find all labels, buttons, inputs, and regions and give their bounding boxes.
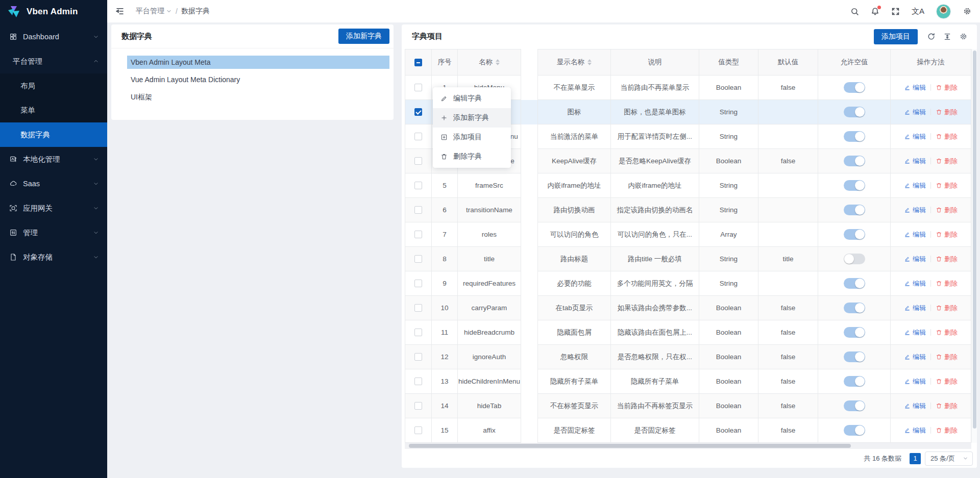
delete-link[interactable]: 删除 [936,108,958,117]
table-row[interactable]: 12ignoreAuth忽略权限是否忽略权限，只在权...Booleanfals… [405,345,971,369]
sort-icons[interactable] [587,57,592,67]
sidebar-item-object-storage[interactable]: 对象存储 [0,245,107,269]
row-checkbox[interactable] [414,426,422,434]
add-dictionary-button[interactable]: 添加新字典 [338,29,389,44]
select-all-checkbox[interactable] [414,59,422,66]
edit-link[interactable]: 编辑 [904,328,926,337]
allow-null-toggle[interactable] [844,180,865,191]
sidebar-item-dashboard[interactable]: Dashboard [0,24,107,49]
sidebar-item-management[interactable]: 管理 [0,220,107,245]
edit-link[interactable]: 编辑 [904,304,926,313]
page-number-button[interactable]: 1 [910,453,921,464]
edit-link[interactable]: 编辑 [904,426,926,435]
allow-null-toggle[interactable] [844,229,865,240]
allow-null-toggle[interactable] [844,278,865,289]
add-item-button[interactable]: 添加项目 [874,29,918,44]
dictionary-list-item[interactable]: Vue Admin Layout Meta Dictionary [127,73,389,86]
edit-link[interactable]: 编辑 [904,206,926,215]
settings-gear-icon[interactable] [963,7,972,16]
sidebar-item-localization[interactable]: 本地化管理 [0,147,107,171]
table-row[interactable]: 14hideTab不在标签页显示当前路由不再标签页显示Booleanfalse编… [405,394,971,418]
table-row[interactable]: 5frameSrc内嵌iframe的地址内嵌iframe的地址String编辑删… [405,173,971,198]
row-checkbox[interactable] [414,329,422,336]
sidebar-item-data-dictionary[interactable]: 数据字典 [0,122,107,147]
column-settings-icon[interactable] [959,32,968,41]
allow-null-toggle[interactable] [844,205,865,215]
context-menu-item[interactable]: 编辑字典 [433,89,511,108]
allow-null-toggle[interactable] [844,254,865,264]
horizontal-scrollbar-thumb[interactable] [409,444,851,448]
row-checkbox[interactable] [414,84,422,91]
allow-null-toggle[interactable] [844,107,865,117]
context-menu-item[interactable]: 删除字典 [433,147,511,166]
sort-icons[interactable] [496,57,500,67]
row-checkbox[interactable] [414,206,422,214]
sidebar-item-platform[interactable]: 平台管理 [0,49,107,73]
sidebar-collapse-icon[interactable] [115,7,125,16]
delete-link[interactable]: 删除 [936,328,958,337]
allow-null-toggle[interactable] [844,400,865,411]
row-checkbox[interactable] [414,255,422,263]
sidebar-item-layout[interactable]: 布局 [0,73,107,98]
breadcrumb-platform[interactable]: 平台管理 [136,7,172,16]
edit-link[interactable]: 编辑 [904,401,926,411]
edit-link[interactable]: 编辑 [904,157,926,166]
search-icon[interactable] [850,7,859,16]
delete-link[interactable]: 删除 [936,181,958,190]
row-checkbox[interactable] [414,133,422,140]
delete-link[interactable]: 删除 [936,255,958,264]
table-row[interactable]: 13hideChildrenInMenu隐藏所有子菜单隐藏所有子菜单Boolea… [405,369,971,394]
allow-null-toggle[interactable] [844,131,865,142]
edit-link[interactable]: 编辑 [904,255,926,264]
dictionary-list-item[interactable]: UI框架 [127,90,389,104]
app-logo[interactable]: Vben Admin [0,0,107,23]
delete-link[interactable]: 删除 [936,426,958,435]
row-checkbox[interactable] [414,108,422,116]
sidebar-item-menu[interactable]: 菜单 [0,98,107,122]
edit-link[interactable]: 编辑 [904,230,926,239]
allow-null-toggle[interactable] [844,303,865,313]
sidebar-item-gateway[interactable]: 应用网关 [0,196,107,220]
sidebar-item-saas[interactable]: Saas [0,171,107,196]
allow-null-toggle[interactable] [844,327,865,338]
notification-bell-icon[interactable] [871,7,879,16]
delete-link[interactable]: 删除 [936,132,958,141]
row-checkbox[interactable] [414,157,422,165]
row-checkbox[interactable] [414,353,422,361]
delete-link[interactable]: 删除 [936,401,958,411]
table-row[interactable]: 10carryParam在tab页显示如果该路由会携带参数...Booleanf… [405,296,971,320]
delete-link[interactable]: 删除 [936,279,958,288]
vertical-scrollbar-thumb[interactable] [973,51,976,429]
table-row[interactable]: 15affix是否固定标签是否固定标签Booleanfalse编辑删除 [405,418,971,443]
dictionary-list-item[interactable]: Vben Admin Layout Meta [127,56,389,69]
delete-link[interactable]: 删除 [936,83,958,92]
allow-null-toggle[interactable] [844,376,865,387]
edit-link[interactable]: 编辑 [904,132,926,141]
refresh-icon[interactable] [927,32,936,41]
edit-link[interactable]: 编辑 [904,279,926,288]
row-checkbox[interactable] [414,378,422,385]
edit-link[interactable]: 编辑 [904,108,926,117]
edit-link[interactable]: 编辑 [904,181,926,190]
allow-null-toggle[interactable] [844,425,865,436]
delete-link[interactable]: 删除 [936,157,958,166]
row-height-icon[interactable] [943,33,951,41]
row-checkbox[interactable] [414,402,422,410]
delete-link[interactable]: 删除 [936,377,958,386]
allow-null-toggle[interactable] [844,82,865,93]
table-row[interactable]: 11hideBreadcrumb隐藏面包屑隐藏该路由在面包屑上...Boolea… [405,320,971,345]
delete-link[interactable]: 删除 [936,230,958,239]
table-row[interactable]: 8title路由标题路由title 一般必填Stringtitle编辑删除 [405,247,971,271]
horizontal-scrollbar[interactable] [405,443,971,449]
translate-icon[interactable]: 文A [912,7,924,16]
delete-link[interactable]: 删除 [936,206,958,215]
context-menu-item[interactable]: 添加新字典 [433,108,511,128]
edit-link[interactable]: 编辑 [904,353,926,362]
table-row[interactable]: 7roles可以访问的角色可以访问的角色，只在...Array编辑删除 [405,222,971,247]
table-row[interactable]: 6transitionName路由切换动画指定该路由切换的动画名String编辑… [405,198,971,222]
row-checkbox[interactable] [414,304,422,312]
row-checkbox[interactable] [414,182,422,189]
edit-link[interactable]: 编辑 [904,83,926,92]
delete-link[interactable]: 删除 [936,353,958,362]
table-row[interactable]: 9requiredFeatures必要的功能多个功能间用英文，分隔String编… [405,271,971,296]
